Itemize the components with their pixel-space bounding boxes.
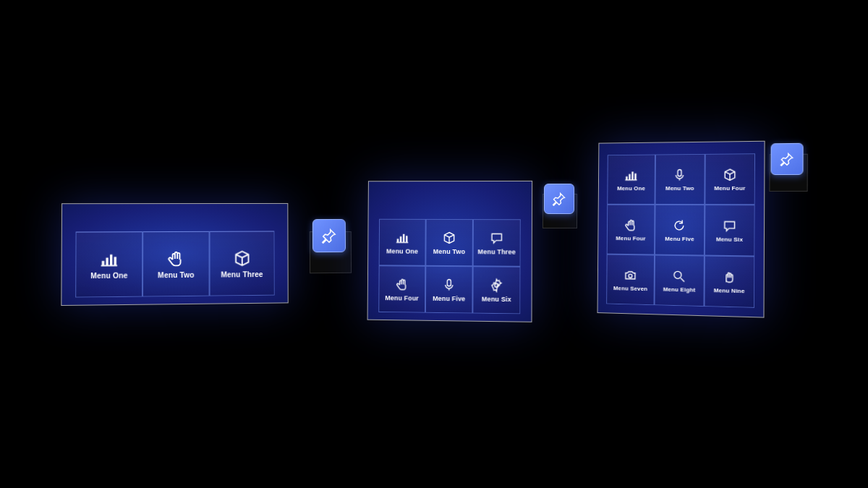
near-menu-panel-1x3: Menu One Menu Two Menu Three — [61, 203, 288, 306]
hand-icon — [395, 277, 409, 291]
menu-button-label: Menu One — [90, 271, 128, 280]
menu-button-label: Menu Five — [665, 235, 694, 241]
pin-button[interactable] — [544, 184, 574, 214]
pin-icon — [780, 152, 795, 166]
pin-icon — [552, 192, 566, 206]
menu-button-two[interactable]: Menu Two — [655, 154, 705, 205]
menu-button-eight[interactable]: Menu Eight — [655, 255, 705, 307]
hand-icon — [624, 218, 638, 232]
pin-button[interactable] — [312, 219, 346, 252]
comment-icon — [722, 218, 737, 233]
bar-chart-icon — [624, 168, 639, 182]
menu-button-label: Menu Two — [158, 270, 195, 278]
menu-button-three[interactable]: Menu Three — [473, 219, 521, 267]
camera-icon — [624, 267, 638, 282]
menu-button-four-top[interactable]: Menu Four — [705, 153, 755, 205]
menu-button-label: Menu Eight — [663, 286, 696, 293]
menu-button-label: Menu Five — [433, 294, 465, 302]
menu-button-two[interactable]: Menu Two — [425, 219, 473, 266]
menu-button-label: Menu Three — [221, 270, 263, 278]
search-icon — [672, 268, 686, 283]
menu-button-label: Menu One — [617, 185, 645, 192]
menu-button-two[interactable]: Menu Two — [142, 231, 209, 297]
menu-button-four[interactable]: Menu Four — [607, 205, 655, 255]
pin-button[interactable] — [770, 143, 803, 175]
menu-button-label: Menu One — [386, 247, 418, 254]
menu-button-label: Menu Six — [482, 295, 511, 303]
menu-button-three[interactable]: Menu Three — [209, 231, 275, 296]
menu-button-one[interactable]: Menu One — [75, 231, 142, 297]
menu-button-five[interactable]: Menu Five — [655, 205, 705, 256]
menu-button-nine[interactable]: Menu Nine — [704, 256, 754, 308]
microphone-icon — [442, 277, 456, 291]
menu-button-label: Menu Four — [714, 184, 745, 191]
menu-button-label: Menu Two — [665, 185, 694, 192]
near-menu-panel-2x3: Menu One Menu Two Menu Three Menu Four M… — [367, 181, 533, 322]
menu-button-six[interactable]: Menu Six — [472, 266, 520, 314]
gear-icon — [489, 278, 503, 292]
comment-icon — [490, 231, 504, 245]
refresh-icon — [672, 218, 686, 232]
bar-chart-icon — [100, 249, 119, 268]
menu-grid-3x3: Menu One Menu Two Menu Four Menu Four Me… — [606, 153, 755, 308]
menu-button-four[interactable]: Menu Four — [378, 265, 425, 312]
hand-icon — [166, 249, 185, 267]
menu-button-five[interactable]: Menu Five — [425, 266, 473, 314]
menu-button-label: Menu Three — [478, 248, 516, 255]
hand-fingers-icon — [722, 270, 737, 285]
menu-button-seven[interactable]: Menu Seven — [606, 254, 655, 306]
menu-grid-2x3: Menu One Menu Two Menu Three Menu Four M… — [378, 219, 521, 314]
menu-button-label: Menu Four — [385, 294, 419, 302]
cube-icon — [723, 167, 738, 181]
menu-button-label: Menu Two — [433, 247, 465, 254]
menu-grid-1x3: Menu One Menu Two Menu Three — [75, 231, 275, 297]
pin-icon — [321, 228, 337, 244]
cube-icon — [442, 230, 456, 244]
menu-button-label: Menu Nine — [714, 287, 745, 294]
menu-button-label: Menu Seven — [613, 285, 647, 292]
menu-button-label: Menu Six — [716, 236, 743, 242]
microphone-icon — [673, 168, 687, 182]
menu-button-one[interactable]: Menu One — [379, 219, 426, 266]
menu-button-one[interactable]: Menu One — [607, 154, 655, 204]
menu-button-label: Menu Four — [616, 235, 645, 241]
cube-icon — [233, 249, 252, 267]
near-menu-panel-3x3: Menu One Menu Two Menu Four Menu Four Me… — [597, 141, 765, 318]
bar-chart-icon — [395, 230, 409, 244]
menu-button-six[interactable]: Menu Six — [705, 205, 755, 256]
